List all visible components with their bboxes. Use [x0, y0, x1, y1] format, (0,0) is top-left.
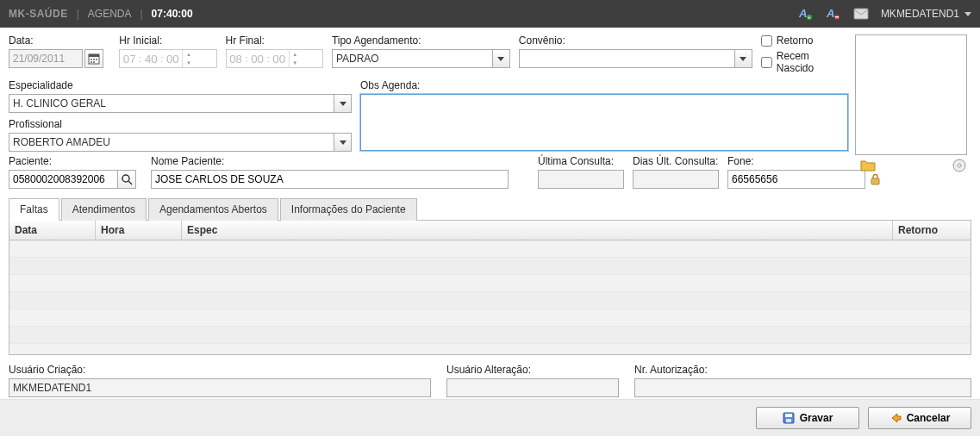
svg-rect-5 [835, 16, 839, 18]
search-icon[interactable] [117, 170, 136, 189]
especialidade-value: H. CLINICO GERAL [13, 97, 106, 109]
module-name: AGENDA [88, 8, 132, 20]
user-menu[interactable]: MKMEDATEND1 [881, 8, 971, 20]
gravar-button[interactable]: Gravar [756, 407, 859, 429]
table-row [9, 327, 971, 344]
usuario-criacao-input [9, 378, 431, 397]
cancelar-button[interactable]: Cancelar [868, 407, 971, 429]
profissional-select[interactable]: ROBERTO AMADEU [9, 133, 352, 152]
tab-atendimentos[interactable]: Atendimentos [61, 198, 147, 221]
recem-nascido-checkbox-input[interactable] [761, 57, 772, 68]
topbar: MK-SAÚDE | AGENDA | 07:40:00 A+ A MKMEDA… [0, 0, 980, 28]
hr-inicial-spinner[interactable]: : : ▲▼ [119, 49, 216, 68]
hr-final-s[interactable] [270, 50, 289, 67]
table-row [9, 258, 971, 275]
spin-down-icon[interactable]: ▼ [290, 59, 301, 67]
hr-inicial-s[interactable] [163, 50, 182, 67]
spin-up-icon[interactable]: ▲ [290, 50, 301, 59]
svg-point-15 [122, 175, 129, 182]
retorno-checkbox[interactable]: Retorno [761, 34, 848, 47]
hr-inicial-m[interactable] [141, 50, 160, 67]
chevron-down-icon[interactable] [334, 134, 351, 151]
svg-text:A: A [826, 7, 834, 20]
svg-rect-13 [91, 61, 92, 63]
label-data: Data: [9, 34, 110, 47]
clock: 07:40:00 [152, 8, 193, 20]
paciente-input[interactable] [9, 170, 117, 189]
col-espec[interactable]: Espec [182, 221, 893, 240]
chevron-down-icon[interactable] [334, 95, 351, 112]
folder-icon[interactable] [860, 159, 876, 175]
tipo-agendamento-select[interactable]: PADRAO [332, 49, 510, 68]
svg-rect-8 [89, 54, 99, 57]
photo-placeholder [855, 34, 967, 155]
chevron-down-icon[interactable] [492, 50, 509, 67]
gravar-label: Gravar [800, 412, 833, 424]
usuario-alteracao-input [446, 378, 619, 397]
label-fone: Fone: [727, 155, 848, 167]
tab-faltas[interactable]: Faltas [9, 198, 59, 221]
hr-final-m[interactable] [248, 50, 267, 67]
label-paciente: Paciente: [9, 155, 142, 167]
col-hora[interactable]: Hora [96, 221, 182, 240]
hr-final-spinner[interactable]: : : ▲▼ [226, 49, 323, 68]
data-input[interactable] [9, 49, 83, 68]
nome-paciente-input[interactable] [151, 170, 509, 189]
tab-informacoes-paciente[interactable]: Informações do Paciente [280, 198, 417, 221]
table-row [9, 240, 971, 258]
user-label: MKMEDATEND1 [881, 8, 959, 20]
svg-rect-22 [786, 419, 791, 422]
hr-final-h[interactable] [227, 50, 246, 67]
retorno-label: Retorno [777, 34, 814, 47]
label-usuario-criacao: Usuário Criação: [9, 364, 431, 376]
obs-agenda-textarea[interactable] [360, 94, 848, 151]
disc-icon[interactable] [952, 159, 966, 175]
tipo-agendamento-value: PADRAO [336, 53, 379, 65]
label-hr-final: Hr Final: [226, 34, 323, 47]
retorno-checkbox-input[interactable] [761, 35, 772, 47]
recem-nascido-label: Recem Nascido [777, 50, 848, 74]
svg-rect-12 [96, 59, 97, 60]
especialidade-select[interactable]: H. CLINICO GERAL [9, 94, 352, 113]
dias-ult-consulta-input [633, 170, 719, 189]
app-brand: MK-SAÚDE [9, 8, 68, 20]
col-data[interactable]: Data [9, 221, 96, 240]
grid: Data Hora Espec Retorno [9, 221, 971, 355]
label-nome-paciente: Nome Paciente: [151, 155, 509, 167]
separator: | [77, 8, 79, 20]
action-a-plus-icon[interactable]: A+ [798, 6, 814, 22]
col-retorno[interactable]: Retorno [893, 221, 971, 240]
svg-rect-10 [91, 59, 92, 60]
svg-text:+: + [808, 15, 811, 20]
table-row [9, 292, 971, 309]
ultima-consulta-input [538, 170, 624, 189]
label-tipo-agendamento: Tipo Agendamento: [332, 34, 510, 47]
calendar-icon[interactable] [84, 49, 103, 68]
spin-up-icon[interactable]: ▲ [183, 50, 194, 59]
label-nr-autorizacao: Nr. Autorização: [634, 364, 971, 376]
action-a-minus-icon[interactable]: A [826, 6, 841, 22]
svg-line-16 [128, 181, 132, 184]
recem-nascido-checkbox[interactable]: Recem Nascido [761, 50, 848, 74]
chevron-down-icon[interactable] [734, 50, 752, 67]
fone-input[interactable] [727, 170, 865, 189]
label-obs-agenda: Obs Agenda: [360, 79, 848, 91]
tabs: Faltas Atendimentos Agendamentos Abertos… [9, 197, 971, 221]
svg-point-19 [958, 164, 961, 167]
label-convenio: Convênio: [519, 34, 752, 47]
hr-inicial-h[interactable] [120, 50, 139, 67]
nr-autorizacao-input [634, 378, 971, 397]
svg-rect-21 [785, 414, 792, 417]
mail-icon[interactable] [853, 6, 869, 22]
svg-rect-6 [854, 9, 868, 19]
convenio-select[interactable] [519, 49, 752, 68]
svg-text:A: A [798, 7, 807, 20]
label-hr-inicial: Hr Inicial: [119, 34, 216, 47]
spin-down-icon[interactable]: ▼ [183, 59, 194, 67]
svg-rect-11 [93, 59, 95, 60]
tab-agendamentos-abertos[interactable]: Agendamentos Abertos [148, 198, 278, 221]
table-row [9, 275, 971, 292]
separator: | [140, 8, 142, 20]
cancelar-label: Cancelar [907, 412, 951, 424]
action-bar: Gravar Cancelar [0, 399, 980, 436]
